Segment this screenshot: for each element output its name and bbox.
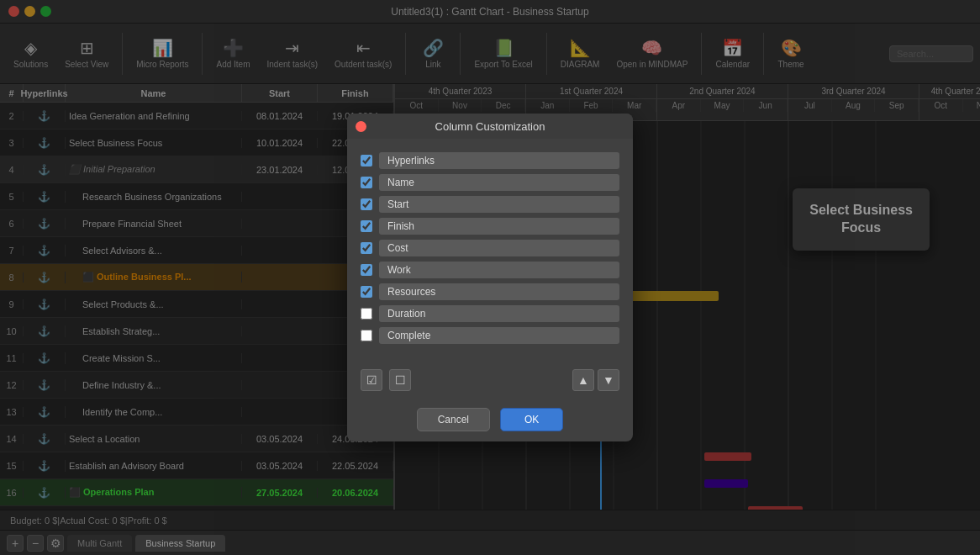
checkbox-start[interactable] — [361, 198, 372, 210]
checkbox-label-cost: Cost — [379, 240, 619, 256]
checkbox-label-start: Start — [379, 196, 619, 213]
checkbox-row-name: Name — [361, 174, 619, 191]
checkbox-row-work: Work — [361, 262, 619, 278]
cancel-button[interactable]: Cancel — [417, 408, 490, 431]
checkbox-row-start: Start — [361, 196, 619, 213]
move-down-button[interactable]: ▼ — [598, 369, 619, 391]
checkbox-work[interactable] — [361, 264, 372, 276]
column-customization-modal: Column Customization Hyperlinks Name Sta… — [347, 114, 633, 441]
deselect-all-button[interactable]: ☐ — [389, 369, 411, 391]
modal-footer: Cancel OK — [347, 398, 633, 441]
checkbox-label-work: Work — [379, 262, 619, 278]
checkbox-label-name: Name — [379, 174, 619, 191]
move-up-button[interactable]: ▲ — [572, 369, 594, 391]
checkbox-complete[interactable] — [361, 330, 372, 341]
checkbox-hyperlinks[interactable] — [361, 155, 372, 166]
checkbox-duration[interactable] — [361, 308, 372, 320]
checkbox-row-duration: Duration — [361, 305, 619, 322]
modal-toolbar: ☑ ☐ ▲ ▼ — [347, 362, 633, 398]
checkbox-resources[interactable] — [361, 286, 372, 298]
checkbox-label-hyperlinks: Hyperlinks — [379, 152, 619, 169]
move-buttons: ▲ ▼ — [572, 369, 619, 391]
checkbox-row-finish: Finish — [361, 218, 619, 235]
checkbox-label-finish: Finish — [379, 218, 619, 235]
modal-titlebar: Column Customization — [347, 114, 633, 139]
checkbox-label-resources: Resources — [379, 283, 619, 300]
checkbox-row-complete: Complete — [361, 327, 619, 344]
checkbox-label-complete: Complete — [379, 327, 619, 344]
checkbox-row-resources: Resources — [361, 283, 619, 300]
modal-body: Hyperlinks Name Start Finish Cost — [347, 139, 633, 362]
modal-close-button[interactable] — [356, 121, 366, 132]
select-all-button[interactable]: ☑ — [361, 369, 382, 391]
checkbox-row-hyperlinks: Hyperlinks — [361, 152, 619, 169]
checkbox-name[interactable] — [361, 177, 372, 188]
modal-title: Column Customization — [435, 120, 545, 133]
modal-overlay: Column Customization Hyperlinks Name Sta… — [0, 0, 980, 555]
checkbox-row-cost: Cost — [361, 240, 619, 256]
ok-button[interactable]: OK — [500, 408, 563, 431]
checkbox-label-duration: Duration — [379, 305, 619, 322]
checkbox-finish[interactable] — [361, 220, 372, 232]
checkbox-cost[interactable] — [361, 242, 372, 254]
